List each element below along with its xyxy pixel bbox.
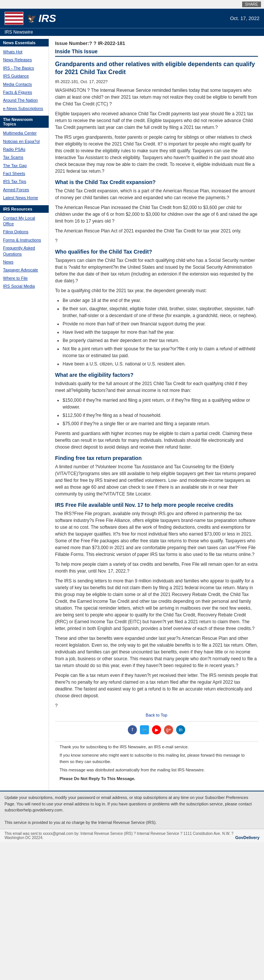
sidebar-item-tax-scams[interactable]: Tax Scams [0, 153, 49, 161]
sidebar-item-irs-guidance[interactable]: IRS Guidance [0, 72, 49, 80]
sidebar-divider1 [0, 113, 49, 116]
sidebar-item-forms[interactable]: Forms & Instructions [0, 236, 49, 244]
s5-para-1: The IRS?Free File program, available onl… [55, 510, 258, 558]
sidebar-item-enews[interactable]: e-News Subscriptions [0, 105, 49, 113]
twitter-icon[interactable]: 🐦 [140, 725, 149, 734]
sidebar-section2-title: The Newsroom Topics [0, 116, 49, 128]
footer-subscribe: Thank you for subscribing to the IRS New… [60, 744, 253, 750]
sidebar: News Essentials Whats Hot News Releases … [0, 36, 49, 791]
sidebar-item-local-office[interactable]: Contact My Local Office [0, 214, 49, 228]
share-button[interactable]: SHARE [242, 2, 261, 7]
sidebar-item-latest-news[interactable]: Latest News Home [0, 194, 49, 202]
sidebar-item-media-contacts[interactable]: Media Contacts [0, 81, 49, 88]
section5-heading: IRS Free File available until Nov. 17 to… [55, 502, 258, 508]
govdelivery-logo: GovDelivery [236, 835, 259, 840]
article-intro: WASHINGTON ? The Internal Revenue Servic… [55, 87, 258, 175]
inside-title: Inside This Issue [55, 48, 258, 57]
flag-icon [5, 12, 24, 25]
header: 🦅 IRS Oct. 17, 2022 [0, 9, 264, 28]
sidebar-item-radio[interactable]: Radio PSAs [0, 145, 49, 153]
bottom-footer: This email was sent to xxxxx@gmail.com b… [0, 829, 264, 842]
sidebar-item-faq[interactable]: Frequently Asked Questions [0, 244, 49, 258]
list-item: $150,000 if they?re married and filing a… [63, 397, 258, 410]
header-logo: 🦅 IRS [5, 12, 56, 25]
s1-para-2: The American Rescue Plan increased the C… [55, 204, 258, 224]
sidebar-item-noticias[interactable]: Noticias en Espa?ol [0, 138, 49, 145]
sidebar-item-news-releases[interactable]: News Releases [0, 56, 49, 64]
s1-para-3: The American Rescue Plan Act of 2021 exp… [55, 228, 258, 234]
sidebar-item-irs-tips[interactable]: IRS Tax Tips [0, 178, 49, 186]
footer-share-msg: If you know someone who might want to su… [60, 752, 253, 765]
s1-para-4: ? [55, 237, 258, 244]
section1-body: The Child Tax Credit expansion, which is… [55, 188, 258, 244]
qualifying-list: Be under age 18 at the end of the year. … [63, 297, 258, 368]
sidebar-item-where-to-file[interactable]: Where to File [0, 274, 49, 282]
section2-heading: Who qualifies for the Child Tax Credit? [55, 249, 258, 255]
list-item: $75,000 if they?re a single filer or are… [63, 420, 258, 427]
list-item: Be properly claimed as their dependent o… [63, 337, 258, 344]
sidebar-item-irs-basics[interactable]: IRS - The Basics [0, 64, 49, 72]
s5-para-2: To help more people claim a variety of t… [55, 561, 258, 574]
section2-body: Taxpayers can claim the Child Tax Credit… [55, 257, 258, 368]
footer-no-reply: Please Do Not Reply To This Message. [60, 776, 253, 782]
list-item: Provide no more than half of their own f… [63, 320, 258, 327]
sidebar-item-filing-options[interactable]: Filing Options [0, 228, 49, 236]
email-footer-text: This email was sent to xxxxx@gmail.com b… [5, 832, 236, 840]
article-meta: IR-2022-181, Oct. 17, 2022? [55, 80, 258, 84]
googleplus-icon[interactable]: g+ [164, 725, 173, 734]
s1-para-1: The Child Tax Credit expansion, which is… [55, 188, 258, 201]
section5-body: The IRS?Free File program, available onl… [55, 510, 258, 709]
s5-para-6: ? [55, 702, 258, 709]
para-1: WASHINGTON ? The Internal Revenue Servic… [55, 87, 258, 107]
sidebar-item-around-nation[interactable]: Around The Nation [0, 96, 49, 104]
list-item: Not file a joint return with their spous… [63, 345, 258, 359]
eagle-icon: 🦅 [27, 14, 36, 23]
header-brand: IRS Newswire [0, 28, 264, 36]
social-section: f 🐦 ▶ g+ in [55, 721, 258, 741]
irs-logo: IRS [38, 13, 56, 25]
sidebar-item-news[interactable]: News [0, 258, 49, 266]
list-item: Be under age 18 at the end of the year. [63, 297, 258, 304]
s3-after-1: Parents and guardians with higher income… [55, 430, 258, 450]
section4-heading: Finding free tax return preparation [55, 455, 258, 461]
issue-number: Issue Number:? ? IR-2022-181 [55, 40, 258, 46]
sidebar-item-social-media[interactable]: IRS Social Media [0, 282, 49, 290]
s4-para-1: A limited number of ?Volunteer Income Ta… [55, 463, 258, 497]
sidebar-item-taxpayer-advocate[interactable]: Taxpayer Advocate [0, 266, 49, 274]
sidebar-item-armed-forces[interactable]: Armed Forces [0, 186, 49, 194]
list-item: $112,500 if they?re filing as a head of … [63, 412, 258, 419]
section3-heading: What are the eligibility factors? [55, 372, 258, 378]
s5-para-4: These and other tax benefits were expand… [55, 635, 258, 669]
s5-para-5: People can file a tax return even if the… [55, 672, 258, 699]
content-area: Issue Number:? ? IR-2022-181 Inside This… [49, 36, 264, 791]
sidebar-item-facts-figures[interactable]: Facts & Figures [0, 88, 49, 96]
sidebar-item-multimedia[interactable]: Multimedia Center [0, 129, 49, 137]
section1-heading: What is the Child Tax Credit expansion? [55, 179, 258, 185]
sidebar-item-whats-hot[interactable]: Whats Hot [0, 48, 49, 56]
main-layout: News Essentials Whats Hot News Releases … [0, 36, 264, 791]
para-3: The IRS urges grandparents, foster paren… [55, 134, 258, 175]
youtube-icon[interactable]: ▶ [152, 725, 161, 734]
sidebar-section1-title: News Essentials [0, 39, 49, 46]
section3-body: Individuals qualify for the full amount … [55, 380, 258, 450]
bottom-service-text: This service is provided to you at no ch… [5, 819, 259, 826]
header-date: Oct. 17, 2022 [230, 16, 259, 21]
footer-auto: This message was distributed automatical… [60, 767, 253, 773]
linkedin-icon[interactable]: in [176, 725, 185, 734]
list-item: Be their son, daughter, stepchild, eligi… [63, 305, 258, 319]
facebook-icon[interactable]: f [128, 725, 137, 734]
section4-body: A limited number of ?Volunteer Income Ta… [55, 463, 258, 497]
back-to-top-link[interactable]: Back to Top [145, 713, 167, 718]
sidebar-item-tax-gap[interactable]: The Tax Gap [0, 162, 49, 170]
eligibility-list: $150,000 if they?re married and filing a… [63, 397, 258, 427]
sidebar-section3-title: IRS Resources [0, 205, 49, 213]
footer-subscribe-text: Thank you for subscribing to the IRS New… [55, 741, 258, 786]
back-to-top[interactable]: Back to Top [55, 713, 258, 718]
sidebar-item-fact-sheets[interactable]: Fact Sheets [0, 170, 49, 178]
top-bar: SHARE [0, 0, 264, 9]
list-item: Have been a U.S. citizen, U.S. national … [63, 361, 258, 368]
bottom-update-text: Update your subscriptions, modify your p… [5, 794, 259, 813]
social-icons-row: f 🐦 ▶ g+ in [59, 725, 254, 734]
list-item: Have lived with the taxpayer for more th… [63, 329, 258, 336]
article-title: Grandparents and other relatives with el… [55, 60, 258, 76]
